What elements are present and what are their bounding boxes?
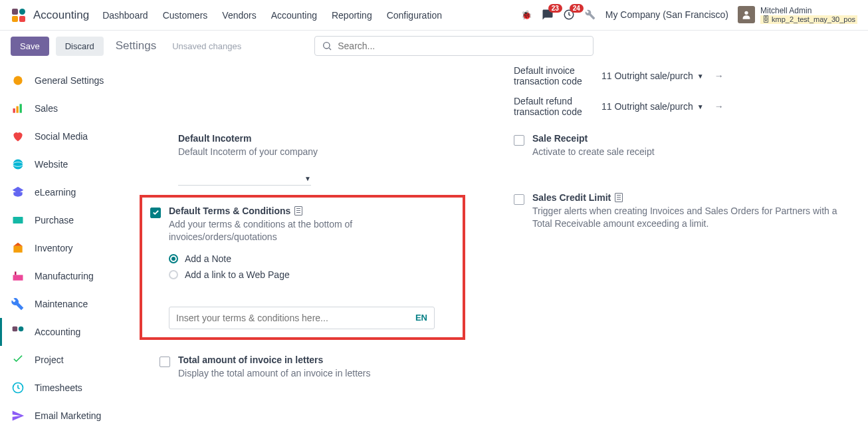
search-icon bbox=[322, 41, 332, 51]
menu-reporting[interactable]: Reporting bbox=[332, 10, 372, 21]
svg-point-8 bbox=[13, 76, 22, 84]
search-box[interactable] bbox=[314, 36, 594, 56]
default-invoice-tc-select[interactable]: 11 Outright sale/purch▼→ bbox=[601, 71, 841, 81]
total-letters-checkbox[interactable] bbox=[160, 357, 170, 367]
menu-configuration[interactable]: Configuration bbox=[387, 10, 442, 21]
caret-down-icon: ▼ bbox=[697, 73, 704, 80]
svg-rect-0 bbox=[12, 9, 18, 15]
terms-checkbox[interactable] bbox=[150, 208, 161, 218]
activities-badge: 24 bbox=[570, 4, 584, 13]
user-name: Mitchell Admin bbox=[760, 6, 857, 15]
svg-rect-18 bbox=[15, 271, 17, 275]
sale-receipt-checkbox[interactable] bbox=[514, 135, 524, 146]
svg-point-6 bbox=[324, 43, 330, 49]
sidebar-item-email[interactable]: Email Marketing bbox=[0, 402, 120, 430]
credit-limit-checkbox[interactable] bbox=[514, 194, 524, 205]
menu-vendors[interactable]: Vendors bbox=[222, 10, 256, 21]
sidebar-item-purchase[interactable]: Purchase bbox=[0, 206, 120, 234]
company-selector[interactable]: My Company (San Francisco) bbox=[605, 9, 728, 20]
sidebar-item-project[interactable]: Project bbox=[0, 346, 120, 374]
sidebar-item-accounting[interactable]: Accounting bbox=[0, 318, 120, 346]
svg-rect-19 bbox=[13, 327, 18, 332]
credit-limit-desc: Trigger alerts when creating Invoices an… bbox=[532, 205, 841, 231]
radio-add-note[interactable] bbox=[169, 254, 178, 263]
caret-down-icon: ▼ bbox=[304, 175, 311, 182]
activities-icon[interactable]: 24 bbox=[563, 9, 575, 21]
terms-title: Default Terms & Conditions bbox=[169, 206, 455, 216]
sale-receipt-title: Sale Receipt bbox=[532, 133, 841, 144]
menu-customers[interactable]: Customers bbox=[163, 10, 208, 21]
svg-rect-20 bbox=[19, 327, 24, 332]
caret-down-icon: ▼ bbox=[697, 103, 704, 110]
page-title: Settings bbox=[116, 39, 156, 53]
sidebar-item-timesheets[interactable]: Timesheets bbox=[0, 374, 120, 402]
svg-rect-1 bbox=[19, 9, 25, 15]
app-logo[interactable] bbox=[11, 7, 27, 23]
svg-rect-10 bbox=[17, 106, 19, 113]
default-refund-tc-select[interactable]: 11 Outright sale/purch▼→ bbox=[601, 101, 841, 112]
sidebar-item-employees[interactable]: Employees bbox=[0, 430, 120, 439]
total-letters-title: Total amount of invoice in letters bbox=[178, 355, 487, 365]
svg-line-7 bbox=[329, 48, 331, 50]
settings-sidebar: General Settings Sales Social Media Webs… bbox=[0, 61, 120, 439]
radio-add-note-label: Add a Note bbox=[185, 253, 231, 264]
external-link-icon[interactable]: → bbox=[714, 101, 724, 112]
sidebar-item-social[interactable]: Social Media bbox=[0, 122, 120, 150]
app-name[interactable]: Accounting bbox=[33, 9, 89, 22]
default-invoice-tc-label: Default invoice transaction code bbox=[514, 65, 594, 86]
radio-add-link[interactable] bbox=[169, 270, 178, 279]
sidebar-item-inventory[interactable]: Inventory bbox=[0, 234, 120, 262]
total-letters-desc: Display the total amount of an invoice i… bbox=[178, 367, 487, 380]
menu-dashboard[interactable]: Dashboard bbox=[102, 10, 148, 21]
doc-icon[interactable] bbox=[294, 206, 302, 216]
svg-point-5 bbox=[744, 11, 748, 15]
terms-textarea[interactable] bbox=[176, 313, 415, 323]
lang-badge[interactable]: EN bbox=[415, 313, 427, 323]
sidebar-item-manufacturing[interactable]: Manufacturing bbox=[0, 262, 120, 290]
credit-limit-title: Sales Credit Limit bbox=[532, 192, 841, 203]
user-menu[interactable]: Mitchell Admin 🗄 kmp_2_test_may_30_pos bbox=[738, 6, 857, 25]
sidebar-item-website[interactable]: Website bbox=[0, 150, 120, 178]
settings-content: Default invoice transaction code 11 Outr… bbox=[120, 61, 868, 439]
discard-button[interactable]: Discard bbox=[56, 37, 104, 56]
svg-rect-11 bbox=[20, 104, 22, 112]
sidebar-item-general[interactable]: General Settings bbox=[0, 67, 120, 94]
search-input[interactable] bbox=[338, 41, 586, 51]
bug-icon[interactable]: 🐞 bbox=[520, 9, 532, 21]
radio-add-link-label: Add a link to a Web Page bbox=[185, 269, 290, 280]
svg-marker-16 bbox=[13, 243, 22, 246]
messages-badge: 23 bbox=[548, 4, 562, 13]
default-incoterm-desc: Default Incoterm of your company bbox=[178, 146, 487, 159]
terms-conditions-highlight: Default Terms & Conditions Add your term… bbox=[140, 195, 465, 340]
tools-icon[interactable] bbox=[584, 9, 596, 21]
svg-rect-9 bbox=[13, 108, 15, 113]
avatar bbox=[738, 6, 755, 23]
sidebar-item-maintenance[interactable]: Maintenance bbox=[0, 290, 120, 318]
sidebar-item-elearning[interactable]: eLearning bbox=[0, 178, 120, 206]
menu-accounting[interactable]: Accounting bbox=[271, 10, 317, 21]
default-refund-tc-label: Default refund transaction code bbox=[514, 96, 594, 117]
sidebar-item-sales[interactable]: Sales bbox=[0, 94, 120, 122]
terms-desc: Add your terms & conditions at the botto… bbox=[169, 218, 455, 244]
svg-rect-14 bbox=[13, 217, 23, 223]
main-menu: Dashboard Customers Vendors Accounting R… bbox=[102, 10, 520, 21]
default-incoterm-select[interactable]: ▼ bbox=[178, 172, 311, 186]
save-button[interactable]: Save bbox=[11, 37, 49, 56]
sale-receipt-desc: Activate to create sale receipt bbox=[532, 146, 841, 159]
messages-icon[interactable]: 23 bbox=[542, 9, 554, 21]
unsaved-indicator: Unsaved changes bbox=[172, 41, 241, 51]
default-incoterm-title: Default Incoterm bbox=[178, 133, 487, 144]
svg-rect-3 bbox=[19, 16, 25, 22]
terms-input-wrap[interactable]: EN bbox=[169, 307, 435, 329]
external-link-icon[interactable]: → bbox=[714, 71, 724, 81]
svg-rect-2 bbox=[12, 16, 18, 22]
svg-rect-15 bbox=[13, 246, 22, 253]
doc-icon[interactable] bbox=[615, 193, 623, 202]
svg-rect-17 bbox=[13, 275, 23, 280]
user-db: 🗄 kmp_2_test_may_30_pos bbox=[760, 15, 857, 24]
svg-point-12 bbox=[13, 160, 23, 170]
